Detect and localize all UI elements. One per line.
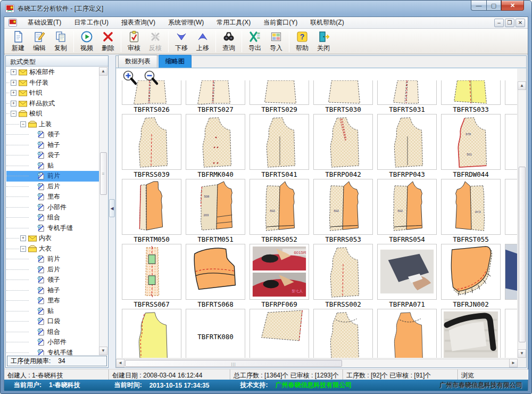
thumbnail-cell-TBFRRS052[interactable]: 502TBFRRS052: [250, 179, 309, 244]
tree-item-口袋[interactable]: 口袋: [6, 316, 99, 327]
tree-item-里布[interactable]: 里布: [6, 296, 99, 306]
thumbnail-cell[interactable]: [505, 244, 517, 309]
thumbnail-cell-TBFRTS029[interactable]: TBFRTS029: [250, 80, 309, 114]
tree-item-专机手缝[interactable]: 专机手缝: [6, 348, 99, 356]
toolbar-button-复制[interactable]: 复制: [50, 30, 71, 53]
pattern-thumbnail-image[interactable]: [250, 309, 309, 358]
thumbnail-cell-TBFRST055[interactable]: AY3TBFRST055: [441, 179, 501, 244]
tree-item-贴[interactable]: 贴: [6, 306, 99, 317]
tree-item-组合[interactable]: 组合: [6, 212, 99, 223]
pattern-thumbnail-image[interactable]: [441, 309, 501, 358]
pattern-thumbnail-image[interactable]: TBFRTK080: [186, 309, 245, 358]
tree-scrollbar[interactable]: ▲ ≡ ▼: [99, 67, 107, 355]
thumbnail-cell[interactable]: [441, 309, 501, 358]
thumbnail-cell-TBFRRS053[interactable]: 502TBFRRS053: [313, 179, 373, 244]
thumbnail-cell-TBFRPF069[interactable]: 6015R梨七人TBFRPF069: [250, 244, 309, 309]
pattern-thumbnail-image[interactable]: [505, 179, 517, 235]
scroll-up-icon[interactable]: ▲: [518, 81, 526, 90]
thumbnail-cell-TBFRSS002[interactable]: TBFRSS002: [313, 244, 373, 309]
mdi-minimize-button[interactable]: –: [494, 19, 504, 27]
toolbar-button-上移[interactable]: 上移: [192, 30, 213, 53]
minimize-button[interactable]: —: [471, 1, 486, 11]
scroll-down-icon[interactable]: ▼: [518, 349, 526, 358]
mdi-close-button[interactable]: ✕: [516, 19, 525, 27]
vertical-scrollbar[interactable]: ▲ ▼: [518, 81, 526, 358]
tree-item-组合[interactable]: 组合: [6, 327, 99, 338]
thumbnail-cell[interactable]: [122, 309, 181, 358]
pattern-thumbnail-image[interactable]: [377, 80, 437, 105]
tree-item-领子[interactable]: 领子: [6, 275, 99, 285]
pattern-thumbnail-image[interactable]: [313, 114, 373, 170]
collapse-node-icon[interactable]: −: [11, 111, 16, 117]
expand-node-icon[interactable]: +: [11, 69, 16, 75]
thumbnail-cell[interactable]: [250, 309, 309, 358]
menu-item-4[interactable]: 常用工具(X): [210, 17, 257, 28]
panel-splitter[interactable]: ◀: [109, 54, 115, 369]
toolbar-button-下移[interactable]: 下移: [171, 30, 192, 53]
pattern-thumbnail-image[interactable]: [313, 309, 373, 358]
tree-item-标准部件[interactable]: +标准部件: [6, 67, 99, 78]
pattern-thumbnail-image[interactable]: [505, 309, 517, 358]
tree-item-袋子[interactable]: 袋子: [6, 150, 99, 161]
thumbnail-cell-TBFRTM050[interactable]: TBFRTM050: [122, 179, 181, 244]
menu-item-3[interactable]: 系统管理(W): [162, 17, 210, 28]
toolbar-button-查询[interactable]: 查询: [218, 30, 239, 53]
thumbnail-viewport[interactable]: TBFRTS026TBFRTS027TBFRTS029TBFRTS030TBFR…: [117, 69, 517, 358]
pattern-thumbnail-image[interactable]: 502: [377, 179, 437, 235]
thumbnail-cell-TBFRTS033[interactable]: TBFRTS033: [441, 80, 501, 114]
scroll-left-icon[interactable]: ◄: [116, 359, 124, 367]
tree-item-小部件[interactable]: 小部件: [6, 202, 99, 213]
tree-item-前片[interactable]: 前片: [6, 254, 99, 265]
tree-scroll-up-icon[interactable]: ▲: [99, 67, 107, 76]
pattern-thumbnail-image[interactable]: [505, 244, 517, 300]
tree-scroll-down-icon[interactable]: ▼: [99, 347, 107, 355]
tree-item-前片[interactable]: 前片: [6, 171, 99, 182]
thumbnail-cell-TBFRDW044[interactable]: 678501TBFRDW044: [441, 114, 501, 179]
tree-item-梭织[interactable]: −梭织: [6, 109, 99, 119]
expand-node-icon[interactable]: +: [11, 90, 16, 96]
tree-item-袖子[interactable]: 袖子: [6, 140, 99, 151]
toolbar-button-编辑[interactable]: 编辑: [29, 30, 50, 53]
tree-item-样品款式[interactable]: +样品款式: [6, 98, 99, 109]
pattern-thumbnail-image[interactable]: [441, 244, 501, 300]
tree-item-内衣[interactable]: +内衣: [6, 233, 99, 244]
tree-item-针织[interactable]: +针织: [6, 88, 99, 98]
pattern-thumbnail-image[interactable]: 502: [250, 179, 309, 235]
thumbnail-cell-TBFRPA071[interactable]: TBFRPA071: [377, 244, 437, 309]
thumbnail-cell[interactable]: [505, 80, 517, 114]
tree-item-大衣[interactable]: −大衣: [6, 244, 99, 255]
menu-item-5[interactable]: 当前窗口(Y): [257, 17, 304, 28]
pattern-thumbnail-image[interactable]: [250, 80, 309, 105]
tree-item-专机手缝[interactable]: 专机手缝: [6, 223, 99, 234]
toolbar-button-导出[interactable]: 导出: [244, 30, 265, 53]
thumbnail-cell-TBFRTS068[interactable]: TBFRTS068: [186, 244, 245, 309]
mdi-restore-button[interactable]: ❐: [505, 19, 514, 27]
pattern-thumbnail-image[interactable]: [377, 309, 437, 358]
thumbnail-cell-TBFRMK040[interactable]: TBFRMK040: [186, 114, 245, 179]
thumbnail-cell[interactable]: [377, 309, 437, 358]
pattern-thumbnail-image[interactable]: [377, 114, 437, 170]
toolbar-button-新建[interactable]: 新建: [7, 30, 29, 53]
zoom-out-icon[interactable]: [143, 70, 159, 86]
thumbnail-cell-TBFRPP043[interactable]: TBFRPP043: [377, 114, 437, 179]
pattern-thumbnail-image[interactable]: [441, 80, 501, 105]
collapse-node-icon[interactable]: −: [20, 246, 26, 252]
tree-item-贴[interactable]: 贴: [6, 161, 99, 171]
thumbnail-cell-TBFRTK080[interactable]: TBFRTK080: [186, 309, 245, 358]
pattern-thumbnail-image[interactable]: [250, 114, 309, 170]
title-bar[interactable]: 春晓工艺分析软件 - [工序定义] — ▢ ✕: [1, 1, 531, 17]
thumbnail-cell[interactable]: [313, 309, 373, 358]
thumbnail-cell-TBFRTM051[interactable]: 508203TBFRTM051: [186, 179, 245, 244]
thumbnail-cell-TBFRTS041[interactable]: TBFRTS041: [250, 114, 309, 179]
thumbnail-cell-TBFRTS031[interactable]: TBFRTS031: [377, 80, 437, 114]
menu-item-2[interactable]: 报表查询(V): [115, 17, 162, 28]
pattern-thumbnail-image[interactable]: [122, 244, 181, 300]
thumbnail-cell-TBFRPO042[interactable]: TBFRPO042: [313, 114, 373, 179]
pattern-thumbnail-image[interactable]: 678501: [441, 114, 501, 170]
toolbar-button-关闭[interactable]: 关闭: [313, 30, 334, 53]
thumbnail-cell[interactable]: [505, 309, 517, 358]
collapse-panel-icon[interactable]: ◀: [109, 199, 115, 217]
zoom-in-icon[interactable]: [122, 70, 138, 86]
thumbnail-cell[interactable]: [505, 114, 517, 179]
pattern-thumbnail-image[interactable]: [122, 179, 181, 235]
